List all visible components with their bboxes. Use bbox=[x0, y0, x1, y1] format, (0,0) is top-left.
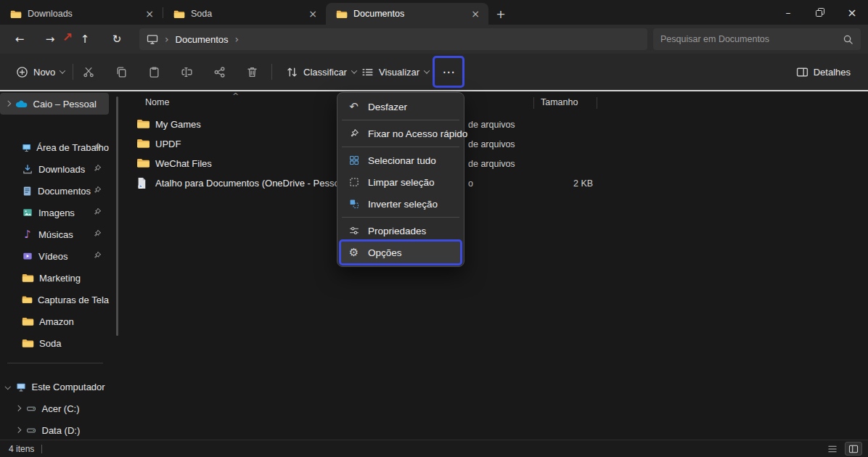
menu-item-undo[interactable]: ↶ Desfazer bbox=[340, 96, 461, 118]
file-name[interactable]: My Games bbox=[155, 119, 201, 130]
menu-item-label: Opções bbox=[368, 247, 402, 258]
details-pane-icon bbox=[796, 66, 808, 78]
sidebar-item-documents[interactable]: Documentos bbox=[0, 180, 109, 202]
column-header-size[interactable]: Tamanho bbox=[541, 97, 578, 107]
list-view-toggle[interactable] bbox=[824, 442, 841, 456]
sidebar-item-music[interactable]: ♪ Músicas bbox=[0, 223, 109, 245]
sidebar-item-pictures[interactable]: Imagens bbox=[0, 202, 109, 223]
view-toggles bbox=[824, 442, 862, 456]
column-divider[interactable] bbox=[597, 97, 597, 109]
see-more-button[interactable]: ⋯ bbox=[435, 58, 462, 86]
sidebar-item-downloads[interactable]: Downloads bbox=[0, 158, 109, 180]
sidebar-item-label: Documentos bbox=[38, 186, 91, 197]
sidebar-item-marketing[interactable]: Marketing bbox=[0, 267, 109, 289]
folder-icon bbox=[336, 9, 348, 19]
file-list: Nome ^ Tamanho My Games de arquivos UPDF… bbox=[123, 92, 868, 440]
sidebar-item-this-pc[interactable]: Este Computador bbox=[0, 376, 109, 398]
sidebar-item-videos[interactable]: Vídeos bbox=[0, 245, 109, 267]
sidebar-item-onedrive[interactable]: Caio – Pessoal bbox=[0, 93, 109, 115]
column-divider[interactable] bbox=[533, 97, 534, 109]
thumbnail-view-toggle[interactable] bbox=[845, 442, 862, 456]
file-size: 2 KB bbox=[573, 178, 593, 189]
items-count: 4 itens bbox=[9, 444, 34, 454]
menu-item-options[interactable]: ⚙ Opções bbox=[340, 242, 461, 263]
tab-label: Soda bbox=[191, 9, 300, 19]
menu-item-clear-selection[interactable]: Limpar seleção bbox=[340, 171, 461, 193]
sidebar-item-label: Este Computador bbox=[32, 382, 105, 392]
sidebar-item-screenshots[interactable]: Capturas de Tela bbox=[0, 289, 109, 310]
menu-item-pin-quick-access[interactable]: Fixar no Acesso rápido bbox=[340, 123, 461, 144]
address-bar[interactable]: › Documentos › bbox=[139, 28, 647, 50]
breadcrumb-chevron-icon: › bbox=[165, 34, 169, 44]
file-row-wechat-files[interactable]: WeChat Files de arquivos bbox=[123, 154, 862, 173]
forward-button[interactable]: → bbox=[38, 28, 62, 50]
see-more-menu: ↶ Desfazer Fixar no Acesso rápido Seleci… bbox=[337, 92, 464, 267]
restore-icon bbox=[816, 8, 824, 17]
menu-separator bbox=[342, 120, 459, 120]
sidebar-item-label: Soda bbox=[39, 338, 61, 349]
details-button[interactable]: Detalhes bbox=[789, 59, 858, 85]
paste-button[interactable] bbox=[141, 59, 167, 85]
new-tab-button[interactable]: + bbox=[488, 3, 513, 25]
sidebar-item-label: Acer (C:) bbox=[42, 403, 80, 414]
pin-icon bbox=[93, 142, 102, 151]
sidebar-item-soda[interactable]: Soda bbox=[0, 332, 109, 354]
sidebar-item-label: Caio – Pessoal bbox=[33, 99, 97, 110]
tab-close-icon[interactable]: × bbox=[468, 7, 483, 21]
up-button[interactable]: ↑ bbox=[73, 28, 97, 50]
copy-button[interactable] bbox=[108, 59, 134, 85]
sidebar-scrollbar[interactable] bbox=[116, 96, 118, 336]
sidebar-item-drive-d[interactable]: Data (D:) bbox=[0, 419, 109, 441]
sidebar-item-label: Downloads bbox=[38, 164, 85, 175]
share-button[interactable] bbox=[206, 59, 232, 85]
downloads-icon bbox=[22, 164, 33, 175]
chevron-down-icon bbox=[5, 384, 11, 390]
folder-icon bbox=[22, 273, 34, 283]
delete-button[interactable] bbox=[239, 59, 265, 85]
file-row-my-games[interactable]: My Games de arquivos bbox=[123, 115, 862, 134]
documents-icon bbox=[22, 186, 33, 197]
tab-close-icon[interactable]: × bbox=[142, 7, 157, 21]
drive-icon bbox=[25, 404, 37, 413]
search-input[interactable] bbox=[660, 34, 837, 44]
file-row-updf[interactable]: UPDF de arquivos bbox=[123, 134, 862, 154]
file-row-shortcut-documents[interactable]: Atalho para Documentos (OneDrive - Pesso… bbox=[123, 173, 862, 193]
new-button[interactable]: Novo bbox=[9, 59, 72, 85]
sort-button-label: Classificar bbox=[303, 67, 347, 78]
close-button[interactable]: × bbox=[836, 0, 868, 25]
chevron-down-icon bbox=[424, 67, 430, 73]
search-box[interactable] bbox=[653, 28, 861, 50]
sidebar-item-desktop[interactable]: Área de Trabalho bbox=[0, 136, 109, 158]
see-more-wrap: ⋯ bbox=[435, 58, 462, 86]
sidebar-item-label: Músicas bbox=[38, 229, 73, 240]
breadcrumb-chevron-icon[interactable]: › bbox=[235, 34, 239, 44]
breadcrumb-location[interactable]: Documentos bbox=[176, 34, 229, 45]
column-header-name[interactable]: Nome bbox=[145, 97, 169, 107]
back-button[interactable]: ← bbox=[7, 28, 32, 50]
menu-item-invert-selection[interactable]: Inverter seleção bbox=[340, 193, 461, 215]
file-name[interactable]: WeChat Files bbox=[155, 158, 212, 169]
location-icon bbox=[147, 33, 158, 45]
view-button[interactable]: Visualizar bbox=[354, 59, 436, 85]
file-name[interactable]: Atalho para Documentos (OneDrive - Pesso… bbox=[155, 178, 350, 189]
command-bar: Novo Classificar Visualiz bbox=[0, 54, 868, 90]
menu-item-select-all[interactable]: Selecionar tudo bbox=[340, 149, 461, 171]
tab-downloads[interactable]: Downloads × bbox=[0, 3, 163, 25]
file-name[interactable]: UPDF bbox=[155, 139, 181, 149]
tab-soda[interactable]: Soda × bbox=[163, 3, 326, 25]
sidebar-item-amazon[interactable]: Amazon bbox=[0, 310, 109, 332]
pin-icon bbox=[93, 186, 102, 194]
sidebar-item-drive-c[interactable]: Acer (C:) bbox=[0, 398, 109, 419]
rename-button[interactable] bbox=[173, 59, 200, 85]
minimize-button[interactable]: – bbox=[772, 0, 804, 25]
cut-button[interactable] bbox=[75, 59, 102, 85]
maximize-button[interactable] bbox=[804, 0, 836, 25]
tab-documentos-active[interactable]: Documentos × bbox=[326, 3, 488, 25]
tab-close-icon[interactable]: × bbox=[306, 7, 320, 21]
menu-item-properties[interactable]: Propriedades bbox=[340, 220, 461, 242]
refresh-button[interactable]: ↻ bbox=[105, 28, 129, 50]
sort-button[interactable]: Classificar bbox=[279, 59, 364, 85]
menu-item-label: Fixar no Acesso rápido bbox=[368, 128, 467, 139]
file-type-fragment: de arquivos bbox=[468, 120, 515, 130]
this-pc-icon bbox=[15, 382, 27, 392]
